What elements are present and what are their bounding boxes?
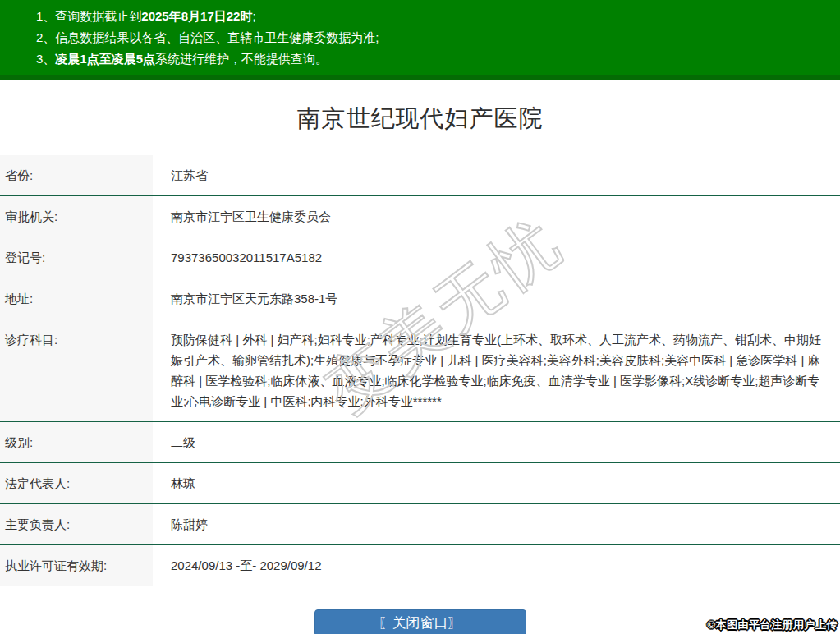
table-row-province: 省份: 江苏省 [0, 155, 840, 196]
hospital-info-table: 省份: 江苏省 审批机关: 南京市江宁区卫生健康委员会 登记号: 7937365… [0, 155, 840, 586]
row-label: 地址: [0, 278, 153, 319]
notice-line-1: 1、查询数据截止到2025年8月17日22时; [36, 6, 832, 27]
row-value: 79373650032011517A5182 [153, 237, 840, 278]
notice-text: ; [252, 9, 255, 23]
row-value: 2024/09/13 -至- 2029/09/12 [153, 545, 840, 586]
notice-number: 3、 [36, 52, 55, 66]
row-label: 省份: [0, 155, 153, 195]
row-label: 执业许可证有效期: [0, 545, 153, 586]
notice-text: 信息数据结果以各省、自治区、直辖市卫生健康委数据为准; [55, 30, 379, 44]
row-label: 法定代表人: [0, 463, 153, 503]
row-value: 江苏省 [153, 155, 840, 195]
notice-text-bold: 2025年8月17日22时 [141, 9, 252, 23]
notice-line-3: 3、凌晨1点至凌晨5点系统进行维护，不能提供查询。 [36, 48, 832, 70]
row-value: 南京市江宁区卫生健康委员会 [153, 196, 840, 237]
table-row-registration-number: 登记号: 79373650032011517A5182 [0, 237, 840, 278]
table-row-medical-subjects: 诊疗科目: 预防保健科 | 外科 | 妇产科;妇科专业;产科专业;计划生育专业(… [0, 319, 840, 422]
row-label: 级别: [0, 422, 153, 462]
row-value: 预防保健科 | 外科 | 妇产科;妇科专业;产科专业;计划生育专业(上环术、取环… [153, 319, 840, 421]
table-row-legal-representative: 法定代表人: 林琼 [0, 463, 840, 504]
row-label: 审批机关: [0, 196, 153, 237]
row-value: 二级 [153, 422, 840, 462]
notice-number: 2、 [36, 30, 55, 44]
row-label: 主要负责人: [0, 504, 153, 544]
image-credit-text: ©本图由平台注册用户上传 [707, 618, 838, 632]
page-title: 南京世纪现代妇产医院 [0, 103, 840, 136]
notice-line-2: 2、信息数据结果以各省、自治区、直辖市卫生健康委数据为准; [36, 27, 832, 48]
table-row-approval-authority: 审批机关: 南京市江宁区卫生健康委员会 [0, 196, 840, 237]
hospital-info-page: 1、查询数据截止到2025年8月17日22时; 2、信息数据结果以各省、自治区、… [0, 0, 840, 634]
row-value: 林琼 [153, 463, 840, 503]
table-row-main-person-in-charge: 主要负责人: 陈甜婷 [0, 504, 840, 545]
table-row-level: 级别: 二级 [0, 422, 840, 463]
table-row-license-validity: 执业许可证有效期: 2024/09/13 -至- 2029/09/12 [0, 545, 840, 586]
close-window-button[interactable]: 〖关闭窗口〗 [314, 609, 526, 634]
notice-banner: 1、查询数据截止到2025年8月17日22时; 2、信息数据结果以各省、自治区、… [0, 0, 840, 80]
row-value: 陈甜婷 [153, 504, 840, 544]
row-value: 南京市江宁区天元东路358-1号 [153, 278, 840, 319]
notice-text-bold: 凌晨1点至凌晨5点 [55, 52, 155, 66]
table-row-address: 地址: 南京市江宁区天元东路358-1号 [0, 278, 840, 319]
row-label: 诊疗科目: [0, 319, 153, 421]
notice-text: 查询数据截止到 [55, 9, 141, 23]
notice-text: 系统进行维护，不能提供查询。 [155, 52, 328, 66]
notice-number: 1、 [36, 9, 55, 23]
row-label: 登记号: [0, 237, 153, 278]
